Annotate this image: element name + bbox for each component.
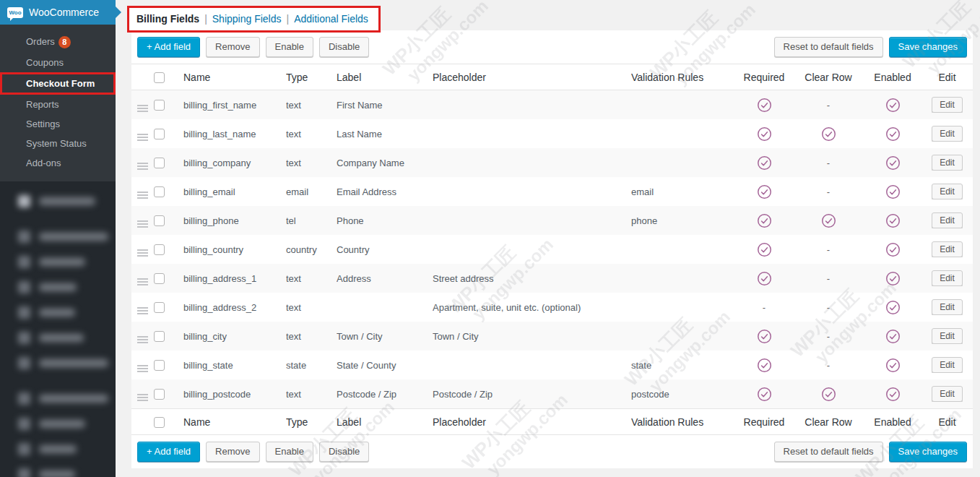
dash-mark: - <box>827 158 830 168</box>
field-label: Email Address <box>337 186 433 197</box>
row-checkbox[interactable] <box>154 389 165 400</box>
edit-button[interactable]: Edit <box>932 357 963 373</box>
drag-handle-icon[interactable] <box>137 394 148 401</box>
row-checkbox[interactable] <box>154 158 165 168</box>
drag-handle-icon[interactable] <box>137 220 148 228</box>
dash-mark: - <box>827 273 830 284</box>
edit-button[interactable]: Edit <box>932 328 963 344</box>
field-enabled <box>864 98 926 113</box>
edit-button[interactable]: Edit <box>932 212 963 228</box>
add-field-button[interactable]: + Add field <box>137 37 200 57</box>
field-type: tel <box>286 215 337 226</box>
blurred-menu-item[interactable] <box>0 411 116 437</box>
sidebar-item-add-ons[interactable]: Add-ons <box>0 153 116 173</box>
blurred-menu-item[interactable] <box>0 462 116 477</box>
sidebar-item-checkout-form[interactable]: Checkout Form <box>0 72 116 95</box>
field-enabled <box>864 271 926 286</box>
blurred-menu-item[interactable] <box>0 300 116 325</box>
row-checkbox[interactable] <box>154 215 165 226</box>
check-circle-icon <box>757 271 772 286</box>
column-header-type: Type <box>286 72 337 83</box>
field-tabs: Billing Fields | Shipping Fields | Addit… <box>127 6 381 33</box>
field-name: billing_country <box>183 244 286 255</box>
edit-button[interactable]: Edit <box>932 270 963 286</box>
edit-button[interactable]: Edit <box>932 299 963 315</box>
edit-button[interactable]: Edit <box>932 241 963 257</box>
tab-separator: | <box>204 13 207 25</box>
blurred-menu-item[interactable] <box>0 386 116 411</box>
row-checkbox[interactable] <box>154 302 165 313</box>
blurred-menu-item[interactable] <box>0 325 116 351</box>
reset-default-fields-button[interactable]: Reset to default fields <box>774 37 883 57</box>
sidebar-item-coupons[interactable]: Coupons <box>0 53 116 72</box>
row-checkbox[interactable] <box>154 129 165 139</box>
remove-button[interactable]: Remove <box>206 442 259 462</box>
drag-handle-icon[interactable] <box>137 365 148 372</box>
edit-button[interactable]: Edit <box>932 97 963 113</box>
add-field-button[interactable]: + Add field <box>137 442 200 462</box>
table-footer-row: Name Type Label Placeholder Validation R… <box>131 408 973 435</box>
drag-handle-icon[interactable] <box>137 278 148 285</box>
field-name: billing_last_name <box>183 129 286 139</box>
sidebar-item-reports[interactable]: Reports <box>0 95 116 114</box>
save-changes-button[interactable]: Save changes <box>889 442 967 462</box>
sidebar-item-orders[interactable]: Orders8 <box>0 32 116 53</box>
edit-button[interactable]: Edit <box>932 126 963 142</box>
blurred-menu-item[interactable] <box>0 224 116 249</box>
column-header-required: Required <box>735 72 797 83</box>
remove-button[interactable]: Remove <box>206 37 259 57</box>
sidebar-item-settings[interactable]: Settings <box>0 114 116 134</box>
drag-handle-icon[interactable] <box>137 192 148 199</box>
row-checkbox[interactable] <box>154 186 165 197</box>
row-checkbox[interactable] <box>154 360 165 371</box>
column-footer-enabled: Enabled <box>864 416 926 428</box>
drag-handle-icon[interactable] <box>137 134 148 141</box>
check-circle-icon <box>757 184 772 199</box>
blurred-menu-item[interactable] <box>0 249 116 275</box>
woocommerce-menu-title: WooCommerce <box>29 7 99 18</box>
edit-button[interactable]: Edit <box>932 155 963 171</box>
disable-button[interactable]: Disable <box>319 442 369 462</box>
drag-handle-icon[interactable] <box>137 249 148 257</box>
field-validation: phone <box>631 215 735 226</box>
row-checkbox[interactable] <box>154 273 165 284</box>
enable-button[interactable]: Enable <box>266 37 313 57</box>
field-type: text <box>286 302 337 313</box>
tab-shipping-fields[interactable]: Shipping Fields <box>212 13 282 25</box>
field-required: - <box>735 302 797 313</box>
enable-button[interactable]: Enable <box>266 442 313 462</box>
tab-billing-fields[interactable]: Billing Fields <box>136 13 199 25</box>
column-footer-clear-row: Clear Row <box>797 416 864 428</box>
row-checkbox[interactable] <box>154 331 165 342</box>
table-row: billing_city text Town / City Town / Cit… <box>131 322 973 351</box>
top-toolbar: + Add field Remove Enable Disable Reset … <box>131 30 973 64</box>
blurred-menu-item[interactable] <box>0 189 116 214</box>
save-changes-button[interactable]: Save changes <box>889 37 967 57</box>
select-all-checkbox[interactable] <box>154 72 165 83</box>
blurred-menu-item[interactable] <box>0 275 116 300</box>
column-footer-validation: Validation Rules <box>631 416 735 428</box>
tab-additional-fields[interactable]: Additional Fields <box>294 13 368 25</box>
field-label: Address <box>337 273 433 284</box>
row-checkbox[interactable] <box>154 100 165 111</box>
drag-handle-icon[interactable] <box>137 163 148 170</box>
reset-default-fields-button[interactable]: Reset to default fields <box>774 442 883 462</box>
field-enabled <box>864 300 926 315</box>
row-checkbox[interactable] <box>154 244 165 255</box>
table-row: billing_company text Company Name - Edit <box>131 148 973 177</box>
drag-handle-icon[interactable] <box>137 105 148 112</box>
edit-button[interactable]: Edit <box>932 386 963 402</box>
field-name: billing_phone <box>183 215 286 226</box>
blurred-menu-item[interactable] <box>0 351 116 376</box>
edit-button[interactable]: Edit <box>932 184 963 199</box>
check-circle-icon <box>885 242 901 257</box>
disable-button[interactable]: Disable <box>319 37 369 57</box>
blurred-menu-icon <box>18 231 30 243</box>
woocommerce-menu-header[interactable]: Woo WooCommerce <box>0 0 116 25</box>
sidebar-item-system-status[interactable]: System Status <box>0 134 116 153</box>
blurred-menu-item[interactable] <box>0 437 116 462</box>
field-type: state <box>286 360 337 371</box>
drag-handle-icon[interactable] <box>137 336 148 343</box>
select-all-checkbox[interactable] <box>154 417 165 428</box>
drag-handle-icon[interactable] <box>137 307 148 314</box>
